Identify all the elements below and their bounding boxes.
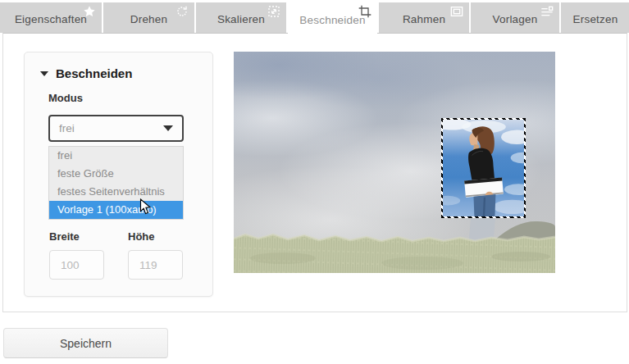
tab-skalieren[interactable]: Skalieren [196,2,286,33]
tab-label: Rahmen [403,13,445,25]
tab-ersetzen[interactable]: Ersetzen [561,2,629,33]
tab-label: Drehen [130,13,167,25]
tab-label: Vorlagen [493,13,538,25]
tab-eigenschaften[interactable]: Eigenschaften [0,2,102,33]
tab-label: Ersetzen [573,13,618,25]
width-input[interactable] [49,250,104,280]
mode-label: Modus [48,92,83,104]
width-label: Breite [49,230,80,243]
tab-beschneiden[interactable]: Beschneiden [288,2,377,34]
tab-drehen[interactable]: Drehen [103,2,194,33]
tab-rahmen[interactable]: Rahmen [379,2,469,33]
dropdown-option-feste-groesse[interactable]: feste Größe [49,165,183,183]
tab-bar: Eigenschaften Drehen Skalieren Beschneid… [0,2,629,34]
person-in-crop-graphic [443,120,524,216]
frame-icon [450,5,463,18]
rotate-icon [175,5,189,18]
templates-icon [540,5,554,18]
panel-collapse-header[interactable]: Beschneiden [40,66,132,80]
tab-label: Beschneiden [299,14,365,26]
crop-selection[interactable] [441,118,526,218]
scale-icon [267,5,280,18]
dropdown-option-festes-seitenverhaeltnis[interactable]: festes Seitenverhältnis [49,183,183,201]
tab-label: Eigenschaften [15,13,87,25]
crop-workspace: Beschneiden Modus frei frei feste Größe … [2,33,627,312]
save-button[interactable]: Speichern [3,328,168,358]
mode-dropdown-list: frei feste Größe festes Seitenverhältnis… [48,146,184,220]
chevron-down-icon [163,125,173,131]
mode-select-value: frei [50,122,163,134]
height-input[interactable] [128,250,183,280]
collapse-triangle-icon [40,71,48,76]
dropdown-option-vorlage-1[interactable]: Vorlage 1 (100xauto) [49,201,183,219]
crop-icon [358,5,371,18]
panel-title: Beschneiden [56,66,132,80]
photo-preview[interactable] [234,52,555,273]
dropdown-option-frei[interactable]: frei [49,147,183,165]
mode-select[interactable]: frei [48,115,184,142]
tab-vorlagen[interactable]: Vorlagen [471,2,559,33]
height-label: Höhe [128,230,155,243]
crop-settings-panel: Beschneiden Modus frei frei feste Größe … [24,52,213,297]
star-icon [83,5,96,18]
tab-label: Skalieren [217,13,265,25]
